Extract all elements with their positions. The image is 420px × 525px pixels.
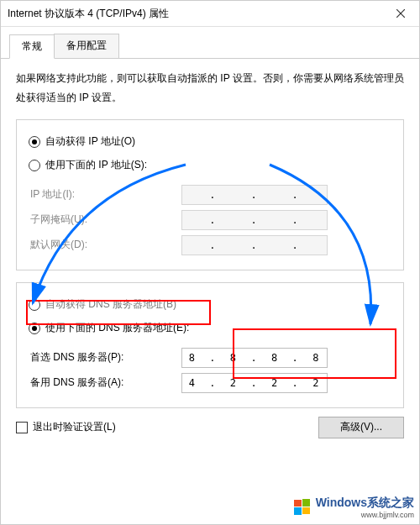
radio-dns-auto-label: 自动获得 DNS 服务器地址(B) [45, 297, 176, 312]
subnet-mask-input: ... [181, 210, 328, 230]
close-icon [396, 9, 405, 18]
close-button[interactable] [381, 1, 419, 26]
radio-dot-icon [29, 136, 40, 148]
svg-rect-5 [302, 507, 310, 514]
alt-dns-label: 备用 DNS 服务器(A): [30, 375, 181, 390]
content-area: 如果网络支持此功能，则可以获取自动指派的 IP 设置。否则，你需要从网络系统管理… [1, 57, 419, 447]
alt-dns-input[interactable]: 4. 2. 2. 2 [181, 373, 328, 393]
watermark-text: Windows系统之家 [316, 496, 414, 511]
ip-group: 自动获得 IP 地址(O) 使用下面的 IP 地址(S): IP 地址(I): … [16, 119, 404, 270]
radio-dot-icon [29, 299, 40, 311]
gateway-label: 默认网关(D): [30, 238, 181, 252]
checkbox-icon [16, 422, 28, 433]
gateway-input: ... [181, 235, 328, 255]
radio-ip-manual[interactable]: 使用下面的 IP 地址(S): [29, 158, 147, 172]
ip-address-input: ... [181, 185, 328, 205]
tab-strip: 常规 备用配置 [1, 29, 419, 59]
watermark-url: www.bjjmlv.com [316, 511, 414, 519]
titlebar: Internet 协议版本 4 (TCP/IPv4) 属性 [1, 1, 419, 27]
radio-dns-manual-label: 使用下面的 DNS 服务器地址(E): [45, 321, 189, 335]
intro-text: 如果网络支持此功能，则可以获取自动指派的 IP 设置。否则，你需要从网络系统管理… [16, 69, 404, 108]
pref-dns-input[interactable]: 8. 8. 8. 8 [181, 348, 328, 368]
radio-dns-manual[interactable]: 使用下面的 DNS 服务器地址(E): [29, 321, 189, 335]
watermark: Windows系统之家 www.bjjmlv.com [292, 496, 414, 519]
ip-address-label: IP 地址(I): [30, 187, 181, 202]
tab-general[interactable]: 常规 [9, 34, 55, 59]
svg-rect-2 [294, 500, 302, 507]
pref-dns-label: 首选 DNS 服务器(P): [30, 350, 181, 365]
advanced-button[interactable]: 高级(V)... [318, 417, 404, 438]
tab-alternate[interactable]: 备用配置 [54, 34, 119, 58]
validate-checkbox[interactable]: 退出时验证设置(L) [16, 420, 116, 434]
svg-rect-4 [294, 507, 302, 515]
radio-dot-icon [29, 160, 40, 171]
radio-ip-auto-label: 自动获得 IP 地址(O) [45, 134, 135, 149]
radio-dns-auto[interactable]: 自动获得 DNS 服务器地址(B) [29, 297, 176, 312]
radio-ip-manual-label: 使用下面的 IP 地址(S): [45, 158, 147, 172]
window-title: Internet 协议版本 4 (TCP/IPv4) 属性 [8, 7, 381, 21]
dns-group: 自动获得 DNS 服务器地址(B) 使用下面的 DNS 服务器地址(E): 首选… [16, 282, 404, 408]
radio-dot-icon [29, 323, 40, 334]
radio-ip-auto[interactable]: 自动获得 IP 地址(O) [29, 134, 135, 149]
svg-rect-3 [302, 499, 310, 507]
subnet-mask-label: 子网掩码(U): [30, 213, 181, 227]
validate-label: 退出时验证设置(L) [33, 420, 116, 434]
windows-logo-icon [292, 497, 312, 517]
